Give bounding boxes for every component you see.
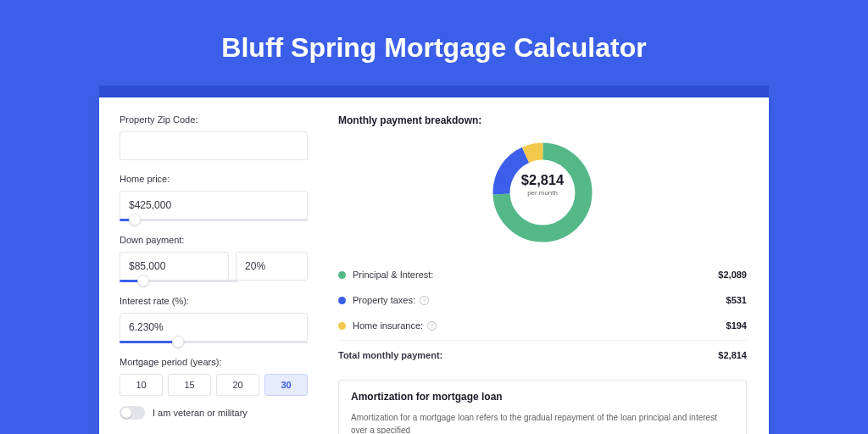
legend-row-2: Home insurance:?$194 <box>338 313 747 338</box>
legend-value: $531 <box>726 295 747 305</box>
legend-label: Property taxes:? <box>353 295 726 305</box>
period-button-30[interactable]: 30 <box>264 374 308 396</box>
legend-label: Principal & Interest: <box>353 270 718 280</box>
header-accent <box>99 86 769 97</box>
mortgage-period-field: Mortgage period (years): 10152030 <box>120 357 308 396</box>
home-price-field: Home price: <box>120 174 308 221</box>
donut-amount: $2,814 <box>509 172 576 187</box>
amortization-card: Amortization for mortgage loan Amortizat… <box>338 380 747 434</box>
legend-row-0: Principal & Interest:$2,089 <box>338 262 747 287</box>
breakdown-column: Monthly payment breakdown: $2,814 per mo… <box>326 97 769 434</box>
interest-rate-field: Interest rate (%): <box>120 296 308 343</box>
amortization-title: Amortization for mortgage loan <box>351 391 734 403</box>
inputs-column: Property Zip Code: Home price: Down paym… <box>99 97 326 434</box>
amortization-body: Amortization for a mortgage loan refers … <box>351 411 734 434</box>
zip-label: Property Zip Code: <box>120 114 308 125</box>
toggle-knob <box>121 408 131 418</box>
veteran-toggle-row: I am veteran or military <box>120 406 308 420</box>
zip-input[interactable] <box>120 131 308 160</box>
period-button-10[interactable]: 10 <box>120 374 163 396</box>
legend-dot <box>338 322 346 330</box>
donut-sub: per month <box>509 190 576 198</box>
period-button-15[interactable]: 15 <box>168 374 211 396</box>
info-icon[interactable]: ? <box>420 296 429 305</box>
legend-value: $2,089 <box>718 270 747 280</box>
total-value: $2,814 <box>718 350 747 360</box>
total-row: Total monthly payment: $2,814 <box>338 340 747 368</box>
legend-value: $194 <box>726 320 747 331</box>
home-price-input[interactable] <box>120 191 308 220</box>
interest-rate-slider[interactable] <box>120 341 308 343</box>
down-payment-percent-input[interactable] <box>236 252 308 281</box>
down-payment-field: Down payment: <box>120 235 308 282</box>
home-price-slider-thumb[interactable] <box>129 214 141 225</box>
veteran-toggle[interactable] <box>120 406 145 420</box>
info-icon[interactable]: ? <box>427 321 437 331</box>
down-payment-slider-thumb[interactable] <box>137 275 149 287</box>
donut-chart: $2,814 per month <box>338 138 747 247</box>
total-label: Total monthly payment: <box>338 350 718 360</box>
calculator-card: Property Zip Code: Home price: Down paym… <box>99 97 769 434</box>
down-payment-label: Down payment: <box>120 235 308 245</box>
home-price-label: Home price: <box>120 174 308 184</box>
page-title: Bluff Spring Mortgage Calculator <box>0 0 868 86</box>
interest-rate-slider-thumb[interactable] <box>172 336 184 348</box>
legend-row-1: Property taxes:?$531 <box>338 287 747 313</box>
interest-rate-input[interactable] <box>120 313 308 342</box>
home-price-slider[interactable] <box>120 219 308 221</box>
legend-dot <box>338 297 346 304</box>
down-payment-amount-input[interactable] <box>120 252 229 281</box>
down-payment-slider[interactable] <box>120 280 238 282</box>
legend-label: Home insurance:? <box>353 320 726 331</box>
veteran-label: I am veteran or military <box>153 408 248 418</box>
mortgage-period-label: Mortgage period (years): <box>120 357 308 367</box>
period-button-20[interactable]: 20 <box>216 374 259 396</box>
interest-rate-label: Interest rate (%): <box>120 296 308 306</box>
breakdown-title: Monthly payment breakdown: <box>338 114 747 126</box>
legend-dot <box>338 271 346 279</box>
zip-field: Property Zip Code: <box>120 114 308 160</box>
